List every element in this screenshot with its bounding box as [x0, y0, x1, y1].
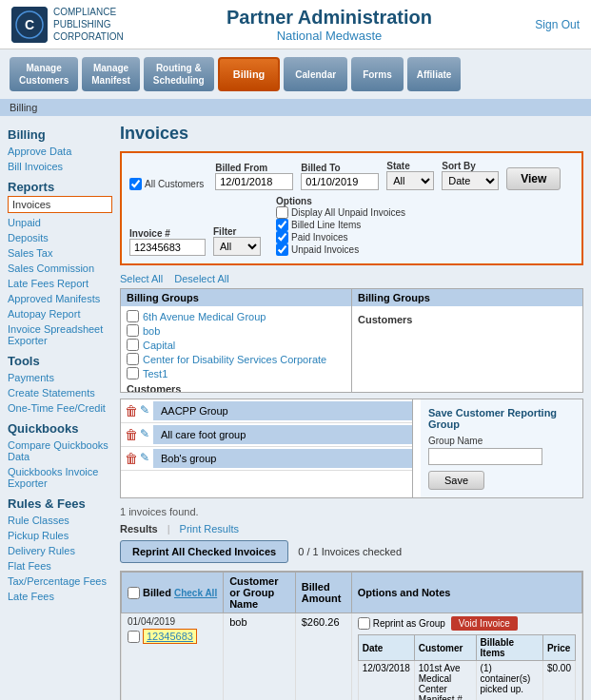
settings-icon-bobs[interactable]: ✎: [140, 451, 149, 466]
customers-right-subheader: Customers: [358, 314, 577, 325]
sidebar-link-one-time-fee[interactable]: One-Time Fee/Credit: [8, 400, 112, 416]
option-paid-invoices: Paid Invoices: [276, 231, 405, 243]
option-display-unpaid-check[interactable]: [276, 206, 288, 219]
groups-panels: Billing Groups 6th Avenue Medical Group …: [120, 288, 583, 393]
select-all-link[interactable]: Select All: [120, 273, 163, 284]
logo-icon: C: [11, 7, 48, 43]
sidebar-link-tax-pct[interactable]: Tax/Percentage Fees: [8, 574, 112, 589]
sidebar-link-delivery-rules[interactable]: Delivery Rules: [8, 543, 112, 558]
sidebar-link-deposits[interactable]: Deposits: [8, 230, 112, 245]
cell-billed-date: 01/04/2019 12345683: [122, 613, 224, 701]
group-row-allcare: 🗑 ✎ All care foot group: [121, 423, 412, 447]
sidebar-link-sales-tax[interactable]: Sales Tax: [8, 245, 112, 261]
option-paid-invoices-label: Paid Invoices: [291, 232, 347, 243]
svg-text:C: C: [25, 17, 34, 32]
option-billed-line-check[interactable]: [276, 219, 288, 231]
sidebar-link-unpaid[interactable]: Unpaid: [8, 215, 112, 230]
sub-cell-price: $0.00: [542, 661, 575, 701]
sidebar-link-payments[interactable]: Payments: [8, 370, 112, 385]
delete-icon-aacpp[interactable]: 🗑: [125, 403, 138, 418]
view-button[interactable]: View: [506, 167, 561, 190]
nav-manage-customers[interactable]: ManageCustomers: [10, 57, 78, 91]
option-unpaid-invoices-check[interactable]: [276, 243, 288, 256]
nav-billing[interactable]: Billing: [218, 57, 281, 91]
reprint-as-group-checkbox[interactable]: [358, 617, 370, 630]
billed-to-input[interactable]: [301, 173, 379, 190]
group-name-allcare[interactable]: All care foot group: [153, 425, 412, 444]
group-item-6th[interactable]: 6th Avenue Medical Group: [127, 310, 345, 322]
group-item-bob[interactable]: bob: [127, 324, 345, 337]
sidebar-link-rule-classes[interactable]: Rule Classes: [8, 513, 112, 528]
option-billed-line-label: Billed Line Items: [291, 220, 361, 230]
billed-from-input[interactable]: [215, 173, 293, 190]
sidebar-link-approve-data[interactable]: Approve Data: [8, 144, 112, 159]
all-customers-checkbox[interactable]: [129, 178, 142, 190]
group-name-bobs[interactable]: Bob's group: [153, 449, 412, 468]
reprint-all-button[interactable]: Reprint All Checked Invoices: [120, 540, 288, 563]
nav-routing-scheduling[interactable]: Routing &Scheduling: [144, 57, 214, 91]
sidebar-link-qb-invoice[interactable]: Quickbooks Invoice Exporter: [8, 464, 112, 491]
signout-link[interactable]: Sign Out: [535, 18, 580, 31]
sidebar-link-invoice-spreadsheet[interactable]: Invoice Spreadsheet Exporter: [8, 321, 112, 348]
invoice-link[interactable]: 12345683: [143, 629, 197, 644]
filter-row-1: All Customers Billed From Billed To Stat…: [129, 161, 574, 190]
reprint-as-group-label: Reprint as Group: [373, 618, 445, 629]
group-check-test1[interactable]: [127, 367, 139, 379]
state-select[interactable]: All: [386, 171, 434, 190]
sidebar-link-late-fees2[interactable]: Late Fees: [8, 589, 112, 604]
billed-header-checkbox[interactable]: [128, 587, 140, 599]
page-title: Invoices: [120, 124, 583, 144]
sidebar-link-create-statements[interactable]: Create Statements: [8, 385, 112, 400]
invoice-checkbox[interactable]: [128, 631, 140, 643]
group-name-label: Group Name: [428, 436, 575, 446]
settings-icon-aacpp[interactable]: ✎: [140, 403, 149, 418]
company-name: COMPLIANCEPUBLISHINGCORPORATION: [53, 6, 124, 43]
save-group-button[interactable]: Save: [428, 471, 484, 490]
group-check-capital[interactable]: [127, 339, 139, 351]
group-check-bob[interactable]: [127, 324, 139, 337]
group-check-cds[interactable]: [127, 353, 139, 365]
group-item-capital[interactable]: Capital: [127, 339, 345, 351]
sidebar-link-approved-manifests[interactable]: Approved Manifests: [8, 291, 112, 306]
group-name-aacpp[interactable]: AACPP Group: [153, 401, 412, 420]
nav-forms[interactable]: Forms: [351, 57, 404, 91]
sidebar-link-flat-fees[interactable]: Flat Fees: [8, 558, 112, 574]
sort-by-select[interactable]: Date: [442, 171, 499, 190]
sidebar-link-pickup-rules[interactable]: Pickup Rules: [8, 528, 112, 543]
sub-col-date: Date: [358, 635, 414, 661]
delete-icon-allcare[interactable]: 🗑: [125, 427, 138, 442]
nav-affiliate[interactable]: Affiliate: [407, 57, 462, 91]
checked-count-text: 0 / 1 Invoices checked: [298, 546, 402, 557]
invoice-num-input[interactable]: [129, 239, 206, 256]
found-text: 1 invoices found.: [120, 506, 583, 517]
settings-icon-allcare[interactable]: ✎: [140, 427, 149, 442]
void-invoice-button[interactable]: Void Invoice: [451, 616, 518, 631]
sidebar-link-sales-commission[interactable]: Sales Commission: [8, 261, 112, 276]
main-layout: Billing Approve Data Bill Invoices Repor…: [0, 116, 591, 700]
check-all-link[interactable]: Check All: [174, 588, 217, 598]
billing-groups-content[interactable]: 6th Avenue Medical Group bob Capital Cen…: [121, 306, 351, 392]
option-paid-invoices-check[interactable]: [276, 231, 288, 243]
sub-table: Date Customer Billable Items Price 12/03…: [358, 634, 576, 700]
header-center: Partner Administration National Medwaste: [124, 7, 536, 43]
delete-icon-bobs[interactable]: 🗑: [125, 451, 138, 466]
options-group: Options Display All Unpaid Invoices Bill…: [276, 196, 405, 256]
sidebar-link-autopay[interactable]: Autopay Report: [8, 306, 112, 321]
group-row-bobs-icons: 🗑 ✎: [121, 447, 153, 470]
print-results-link[interactable]: Print Results: [180, 523, 239, 535]
sidebar-link-invoices[interactable]: Invoices: [8, 196, 112, 213]
sub-table-row: 12/03/2018 101st Ave Medical Center Mani…: [358, 661, 575, 701]
col-billed: Billed Check All: [122, 573, 224, 613]
sidebar-link-compare-qb[interactable]: Compare Quickbooks Data: [8, 438, 112, 464]
nav-calendar[interactable]: Calendar: [284, 57, 347, 91]
col-billed-amount: Billed Amount: [295, 573, 351, 613]
group-item-cds[interactable]: Center for Disability Services Corporate: [127, 353, 345, 365]
group-check-6th[interactable]: [127, 310, 139, 322]
nav-manage-manifest[interactable]: ManageManifest: [82, 57, 140, 91]
sidebar-link-late-fees[interactable]: Late Fees Report: [8, 276, 112, 291]
deselect-all-link[interactable]: Deselect All: [174, 273, 228, 284]
sidebar-link-bill-invoices[interactable]: Bill Invoices: [8, 159, 112, 174]
group-name-input[interactable]: [428, 448, 542, 465]
group-item-test1[interactable]: Test1: [127, 367, 345, 379]
filter-select[interactable]: All: [213, 237, 261, 256]
